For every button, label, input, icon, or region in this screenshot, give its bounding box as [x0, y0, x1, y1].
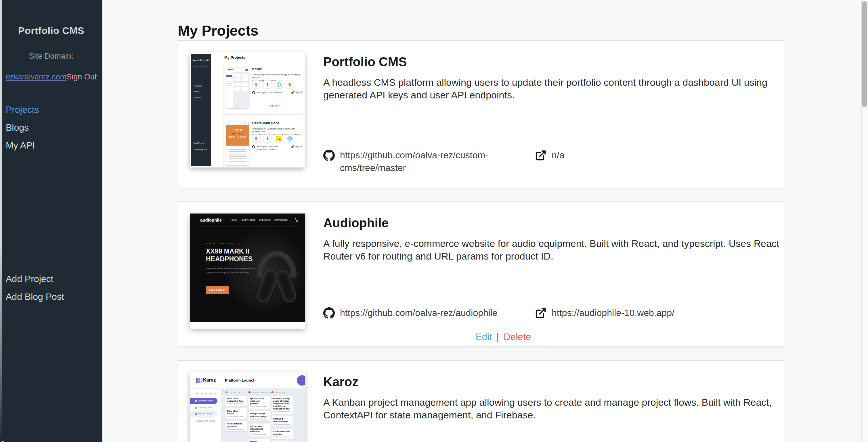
- react-icon: [275, 80, 283, 88]
- nested-github-url: https://github.com/oalva-rez/karoz/tree/…: [256, 145, 278, 150]
- nested-poster: FROM MEXICO WITH LOVE: [226, 125, 249, 146]
- nested-add-project: Add Project: [193, 140, 208, 146]
- nested-card-title: Karoz: [252, 67, 262, 71]
- webpack-icon: [286, 135, 294, 142]
- project-thumbnail-portfolio-cms: Portfolio CMS Site Domain: ozkar.com Pro…: [190, 52, 305, 168]
- external-link-icon: [535, 150, 547, 161]
- nested-domain-row: Site Domain: ozkar.com: [191, 66, 211, 68]
- github-link[interactable]: https://github.com/oalva-rez/custom-cms/…: [323, 149, 503, 174]
- nested-live-link: https://kar: [291, 91, 302, 94]
- card-content: Karoz A Kanban project management app al…: [323, 361, 775, 442]
- css3-icon: 3: [264, 80, 272, 88]
- html5-icon: 5: [252, 135, 260, 142]
- nested-karoz-board: [226, 72, 249, 108]
- audiophile-logo: audiophile: [200, 217, 222, 223]
- nested-nav-blogs: Blogs: [193, 89, 202, 95]
- scrollbar-track[interactable]: [861, 0, 868, 442]
- nested-karoz-sidebar: [226, 72, 233, 108]
- see-product-button: SEE PRODUCT: [206, 286, 229, 294]
- nested-page-title: My Projects: [224, 55, 245, 60]
- nested-sidebar: Portfolio CMS Site Domain: ozkar.com Pro…: [191, 54, 211, 166]
- project-title: Portfolio CMS: [323, 41, 775, 70]
- delete-button[interactable]: Delete: [504, 331, 531, 342]
- project-description: A headless CMS platform allowing users t…: [323, 77, 781, 101]
- audiophile-nav: HOME HEADPHONES SPEAKERS EARPHONES: [231, 219, 288, 221]
- nested-github-link: https://github.com/oalva-rez/karoz/tree/…: [252, 145, 290, 150]
- karoz-board: TO DO (3) Build UI for onboarding flow0 …: [221, 388, 305, 442]
- sign-out-link[interactable]: Sign Out: [66, 72, 97, 81]
- app-viewport: Portfolio CMS Site Domain: ozkaralvarez.…: [0, 0, 868, 442]
- page-title: My Projects: [178, 23, 258, 39]
- live-site-link[interactable]: n/a: [535, 149, 725, 161]
- karoz-column-todo: TO DO (3) Build UI for onboarding flow0 …: [225, 391, 247, 434]
- card-actions: Edit|Delete: [323, 331, 683, 343]
- action-separator: |: [496, 331, 499, 342]
- nested-nav-projects: Projects: [193, 83, 202, 89]
- project-thumbnail-audiophile: audiophile HOME HEADPHONES SPEAKERS EARP…: [190, 213, 305, 329]
- nav-home: HOME: [231, 219, 237, 221]
- app-title: Portfolio CMS: [0, 25, 102, 37]
- cart-icon: [295, 218, 299, 222]
- nested-karoz-add-button: [245, 69, 248, 71]
- nested-actions: Add Project Add Blog Post: [193, 140, 208, 153]
- sidebar-actions: Add Project Add Blog Post: [6, 270, 102, 305]
- portfolio-cms-app: Portfolio CMS Site Domain: ozkaralvarez.…: [0, 0, 868, 442]
- add-blog-post-link[interactable]: Add Blog Post: [6, 288, 102, 305]
- nav-headphones: HEADPHONES: [241, 219, 256, 221]
- live-url[interactable]: https://audiophile-10.web.app/: [552, 307, 675, 319]
- hero-title: XX99 MARK IIHEADPHONES: [206, 247, 252, 263]
- nav-earphones: EARPHONES: [274, 219, 288, 221]
- live-url[interactable]: n/a: [552, 149, 565, 161]
- external-link-icon: [291, 91, 294, 94]
- javascript-icon: JS: [275, 135, 283, 142]
- new-product-label: NEW PRODUCT: [206, 242, 242, 245]
- sidebar-item-blogs[interactable]: Blogs: [6, 119, 102, 137]
- karoz-board-item: ▦ Marketing Plan: [195, 406, 212, 409]
- window-left-edge: [0, 0, 2, 442]
- karoz-board-active: ▦ Platform Launch: [190, 398, 217, 404]
- github-link[interactable]: https://github.com/oalva-rez/audiophile: [323, 307, 503, 319]
- project-description: A fully responsive, e-commerce website f…: [323, 238, 781, 262]
- sidebar-item-projects[interactable]: Projects: [6, 101, 102, 119]
- external-link-icon: [535, 307, 547, 319]
- github-url[interactable]: https://github.com/oalva-rez/custom-cms/…: [340, 149, 503, 174]
- nested-edit: Edit: [268, 105, 272, 107]
- karoz-screenshot: TO DO (3) Build UI for onboarding flow0 …: [190, 372, 305, 442]
- add-project-link[interactable]: Add Project: [6, 270, 102, 288]
- placeholder-text-lines: [229, 148, 246, 163]
- nested-card-title: Restaurant Page: [252, 121, 280, 125]
- project-card-portfolio-cms: Portfolio CMS Site Domain: ozkar.com Pro…: [178, 40, 785, 188]
- github-icon: [323, 307, 335, 319]
- poster-text: FROM: [226, 128, 249, 131]
- site-domain-link[interactable]: ozkaralvarez.com: [6, 72, 67, 81]
- project-title: Karoz: [323, 361, 775, 390]
- live-site-link[interactable]: https://audiophile-10.web.app/: [535, 307, 725, 319]
- scrollbar-thumb[interactable]: [862, 1, 867, 107]
- nested-delete: Delete: [274, 105, 280, 107]
- edit-button[interactable]: Edit: [476, 331, 492, 342]
- nested-live-url: https://kar: [295, 91, 302, 94]
- all-boards-label: ALL BOARDS (3): [195, 392, 216, 394]
- external-link-icon: [291, 145, 294, 148]
- nested-domain-label: Site Domain:: [193, 66, 202, 68]
- karoz-sidebar: ALL BOARDS (3) ▦ Platform Launch ▦ Marke…: [190, 388, 221, 442]
- nested-app-title: Portfolio CMS: [191, 59, 211, 62]
- github-icon: [323, 150, 335, 161]
- github-icon: [252, 145, 255, 148]
- nested-card-restaurant-page: FROM MEXICO WITH LOVE Restaurant Page Fi…: [223, 118, 302, 168]
- nav-speakers: SPEAKERS: [259, 219, 271, 221]
- nested-add-blog-post: Add Blog Post: [193, 146, 208, 153]
- html5-icon: 5: [252, 80, 260, 88]
- css3-icon: 3: [264, 135, 272, 142]
- poster-text: WITH LOVE: [226, 136, 249, 139]
- card-content: Audiophile A fully responsive, e-commerc…: [323, 202, 775, 347]
- project-links: https://github.com/oalva-rez/custom-cms/…: [323, 149, 737, 184]
- nested-tech-icons: 5 3: [252, 80, 294, 88]
- nested-karoz-column: [242, 73, 248, 92]
- project-list: Portfolio CMS Site Domain: ozkar.com Pro…: [178, 40, 785, 442]
- site-domain-label: Site Domain:: [0, 52, 102, 60]
- github-url[interactable]: https://github.com/oalva-rez/audiophile: [340, 307, 498, 319]
- project-description: A Kanban project management app allowing…: [323, 396, 781, 421]
- sidebar-item-my-api[interactable]: My API: [6, 137, 102, 154]
- nested-karoz-column: [234, 73, 241, 92]
